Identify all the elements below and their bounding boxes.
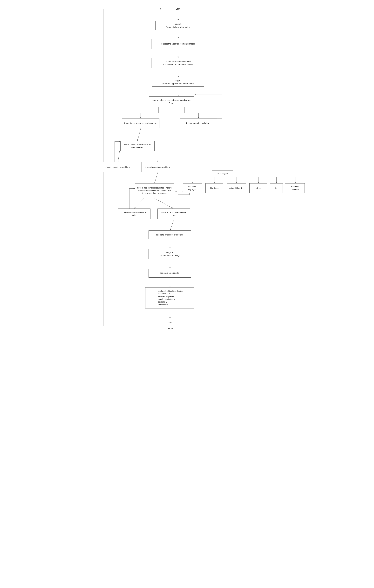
invalid-day-box: if user types in invalid day [180,118,217,128]
hair-cut-box: hair cut [249,183,267,193]
invalid-time-box: if user types in invalid time [102,162,134,172]
add-services-box: user to add services requested , if ther… [135,183,174,198]
stage1-box: stage 1 Request client information [155,21,201,30]
treatment-box: treatment conditioner [285,183,305,193]
incorrect-data-box: is user does not add in correct data [118,209,151,219]
half-head-box: half head highlights [183,183,202,193]
stage2-box: stage 2 Request appointment information [152,78,204,87]
correct-service-box: if user adds in correct service type [157,209,190,219]
svg-line-7 [137,128,141,141]
flowchart-diagram: Start stage 1 Request client information… [94,0,281,520]
svg-line-19 [174,191,178,192]
start-box: Start [162,5,194,13]
svg-line-11 [154,198,173,209]
correct-time-box: if user types in correct time [142,162,174,172]
calculate-box: claculate total cost of booking [149,231,191,239]
generate-id-box: generate Booking ID [149,269,191,278]
cut-blow-dry-box: cut and blow dry [227,183,246,193]
svg-line-10 [134,198,144,209]
select-time-box: user to select avaible time for day sele… [120,141,154,151]
svg-line-13 [170,220,174,231]
confirm-details-box: confirm final booking details: client na… [145,287,194,308]
highlights-box: highlights [206,183,223,193]
request-client-box: request the user for client information [151,39,205,49]
tint-box: tint [270,183,283,193]
client-received-box: client information receieved! Continue t… [151,58,205,68]
service-types-label-box: service types [212,170,233,177]
select-day-box: user to select a day between Monday and … [149,96,194,107]
stage3-box: stage 3 confrim final booking! [149,249,191,259]
svg-line-20 [174,191,178,192]
end-box: end! restart [154,319,186,332]
svg-line-9 [154,172,158,183]
correct-day-box: if user types in correct available day [122,118,159,128]
